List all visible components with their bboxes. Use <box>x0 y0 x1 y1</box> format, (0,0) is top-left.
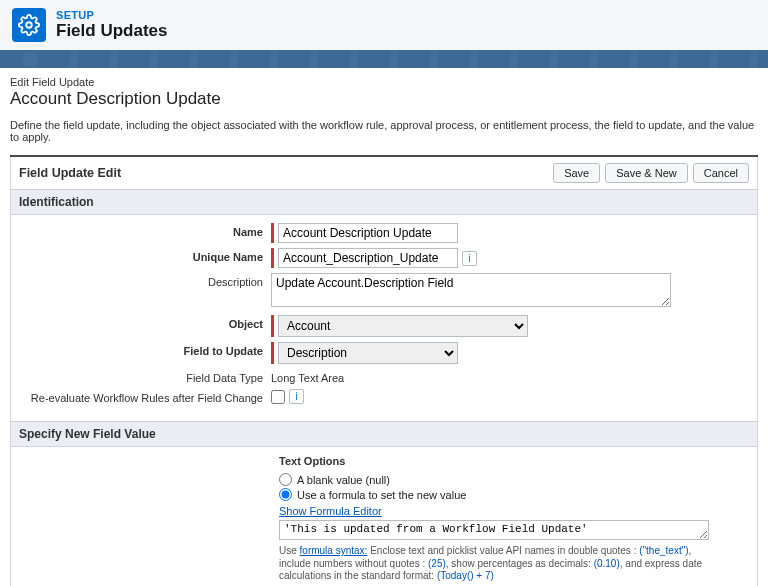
page-title: Account Description Update <box>10 89 758 109</box>
save-new-button[interactable]: Save & New <box>605 163 688 183</box>
name-label: Name <box>21 223 271 238</box>
radio-formula[interactable] <box>279 488 292 501</box>
info-icon[interactable]: i <box>289 389 304 404</box>
page-intro: Define the field update, including the o… <box>10 119 758 143</box>
setup-header: SETUP Field Updates <box>0 0 768 50</box>
formula-syntax-link[interactable]: formula syntax: <box>300 545 368 556</box>
field-select[interactable]: Description <box>278 342 458 364</box>
breadcrumb: Edit Field Update <box>10 76 758 88</box>
cancel-button[interactable]: Cancel <box>693 163 749 183</box>
gear-icon <box>12 8 46 42</box>
text-options-label: Text Options <box>279 455 747 467</box>
required-indicator <box>271 223 274 243</box>
show-formula-editor-link[interactable]: Show Formula Editor <box>279 505 382 517</box>
panel-title: Field Update Edit <box>19 166 553 180</box>
info-icon[interactable]: i <box>462 251 477 266</box>
object-select[interactable]: Account <box>278 315 528 337</box>
svg-point-0 <box>26 22 32 28</box>
option-use-formula[interactable]: Use a formula to set the new value <box>279 488 747 501</box>
panel-header: Field Update Edit Save Save & New Cancel <box>10 157 758 190</box>
option-blank-value[interactable]: A blank value (null) <box>279 473 747 486</box>
setup-label: SETUP <box>56 9 167 21</box>
field-data-type-value: Long Text Area <box>271 369 344 384</box>
field-data-type-label: Field Data Type <box>21 369 271 384</box>
required-indicator <box>271 248 274 268</box>
description-input[interactable]: Update Account.Description Field <box>271 273 671 307</box>
description-label: Description <box>21 273 271 288</box>
unique-name-label: Unique Name <box>21 248 271 263</box>
formula-input[interactable]: 'This is updated from a Workflow Field U… <box>279 520 709 540</box>
formula-hint: Use formula syntax: Enclose text and pic… <box>279 545 719 583</box>
reevaluate-checkbox[interactable] <box>271 390 285 404</box>
unique-name-input[interactable] <box>278 248 458 268</box>
name-input[interactable] <box>278 223 458 243</box>
object-label: Object <box>21 315 271 330</box>
save-button[interactable]: Save <box>553 163 600 183</box>
radio-blank[interactable] <box>279 473 292 486</box>
setup-title: Field Updates <box>56 21 167 41</box>
reevaluate-label: Re-evaluate Workflow Rules after Field C… <box>21 389 271 404</box>
required-indicator <box>271 342 274 364</box>
field-to-update-label: Field to Update <box>21 342 271 357</box>
decorative-strip <box>0 50 768 68</box>
section-new-field-value: Specify New Field Value <box>10 422 758 447</box>
required-indicator <box>271 315 274 337</box>
section-identification: Identification <box>10 190 758 215</box>
